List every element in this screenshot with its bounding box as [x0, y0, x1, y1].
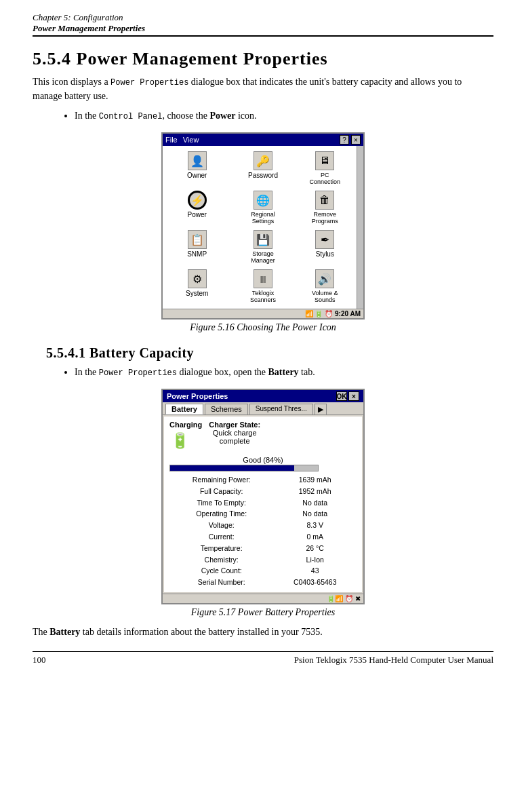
- charging-row: Charging 🔋 Charger State: Quick chargeco…: [169, 421, 357, 453]
- stat-row: Chemistry:Li-Ion: [169, 554, 357, 566]
- stat-row: Temperature:26 °C: [169, 543, 357, 554]
- bullet2-text3: tab.: [299, 367, 315, 377]
- help-btn[interactable]: ?: [340, 135, 349, 144]
- charger-state: Charger State: Quick chargecomplete: [209, 421, 260, 453]
- control-panel-screenshot: File View ? × 👤 Owner 🔑: [161, 132, 365, 320]
- stat-row: Remaining Power:1639 mAh: [169, 474, 357, 486]
- progress-bar-inner: [170, 465, 294, 471]
- section-554-title: 5.5.4 Power Management Properties: [33, 49, 493, 69]
- stat-label: Voltage:: [169, 520, 276, 531]
- stat-label: Temperature:: [169, 543, 276, 554]
- footer-text2: tab details information about the batter…: [80, 627, 322, 637]
- bullet2-text2: dialogue box, open the: [177, 367, 268, 377]
- stat-value: 26 °C: [276, 543, 357, 554]
- progress-label: Good (84%): [169, 456, 357, 464]
- figure-517-container: Power Properties OK × Battery Schemes Su…: [33, 389, 493, 618]
- icon-snmp[interactable]: 📋 SNMP: [165, 229, 228, 265]
- stat-label: Remaining Power:: [169, 474, 276, 486]
- figure-517-caption: Figure 5.17 Power Battery Properties: [33, 607, 493, 618]
- icons-grid: 👤 Owner 🔑 Password 🖥 PCConnection ⚡: [163, 146, 363, 309]
- stat-label: Operating Time:: [169, 508, 276, 520]
- bullet-text1: In the: [75, 111, 99, 121]
- stat-value: 8.3 V: [276, 520, 357, 531]
- stat-value: C0403-65463: [276, 577, 357, 588]
- dialog-ok-btn[interactable]: OK: [336, 391, 347, 401]
- icon-storage-manager[interactable]: 💾 StorageManager: [231, 229, 294, 265]
- stylus-icon: ✒: [315, 230, 334, 249]
- stat-label: Chemistry:: [169, 554, 276, 566]
- figure-516-caption: Figure 5.16 Choosing The Power Icon: [33, 322, 493, 333]
- progress-container: Good (84%): [169, 456, 357, 471]
- page-footer: 100 Psion Teklogix 7535 Hand-Held Comput…: [33, 651, 493, 665]
- dialog-title: Power Properties: [167, 392, 228, 400]
- icon-remove-programs[interactable]: 🗑 RemovePrograms: [298, 189, 361, 226]
- system-icon: ⚙: [188, 269, 207, 288]
- tab-battery[interactable]: Battery: [165, 404, 203, 414]
- volume-sounds-icon: 🔊: [315, 269, 334, 288]
- stat-row: Serial Number:C0403-65463: [169, 577, 357, 588]
- icon-owner[interactable]: 👤 Owner: [165, 150, 228, 187]
- stat-value: 43: [276, 565, 357, 577]
- owner-icon: 👤: [188, 151, 207, 170]
- figure-516-container: File View ? × 👤 Owner 🔑: [33, 132, 493, 333]
- page: Chapter 5: Configuration Power Managemen…: [0, 0, 526, 812]
- dialog-tabs: Battery Schemes Suspend Thres... ▶: [163, 402, 363, 415]
- stat-row: Current:0 mA: [169, 531, 357, 543]
- icon-password[interactable]: 🔑 Password: [231, 150, 294, 187]
- icon-stylus[interactable]: ✒ Stylus: [298, 229, 361, 265]
- bullet2-text1: In the: [75, 367, 99, 377]
- progress-bar-outer: [169, 465, 319, 471]
- bullet-text3: icon.: [235, 111, 256, 121]
- ss-menu: File View: [165, 136, 340, 144]
- page-number: 100: [33, 655, 46, 665]
- dialog-statusbar: 🔋📶 ⏰ ✖: [163, 594, 363, 603]
- charger-state-value: Quick chargecomplete: [209, 429, 260, 445]
- tab-schemes[interactable]: Schemes: [205, 404, 248, 414]
- tab-overflow[interactable]: ▶: [315, 404, 327, 414]
- charger-state-label: Charger State:: [209, 421, 260, 429]
- intro-text: This icon displays a: [33, 77, 110, 87]
- dialog-content: Charging 🔋 Charger State: Quick chargeco…: [164, 417, 362, 592]
- dialog-titlebar: Power Properties OK ×: [163, 390, 363, 402]
- icon-teklogix-scanners[interactable]: ||| TeklogixScanners: [231, 268, 294, 305]
- section-5541-title: 5.5.4.1 Battery Capacity: [46, 345, 493, 361]
- teklogix-scanners-icon: |||: [254, 269, 272, 288]
- bullet-bold: Power: [209, 111, 235, 121]
- stat-label: Serial Number:: [169, 577, 276, 588]
- ss-statusbar: 📶 🔋 ⏰ 9:20 AM: [163, 309, 363, 318]
- menu-view[interactable]: View: [183, 136, 199, 144]
- power-properties-dialog: Power Properties OK × Battery Schemes Su…: [161, 389, 365, 604]
- icon-power[interactable]: ⚡ Power: [165, 189, 228, 226]
- password-icon: 🔑: [254, 151, 272, 170]
- bullet-power-properties: In the Power Properties dialogue box, op…: [75, 365, 493, 379]
- intro-code: Power Properties: [110, 78, 188, 88]
- footer-paragraph: The Battery tab details information abou…: [33, 625, 493, 639]
- scrollbar[interactable]: [357, 146, 363, 309]
- battery-stats: Remaining Power:1639 mAh Full Capacity:1…: [169, 474, 357, 588]
- power-icon: ⚡: [188, 191, 207, 210]
- charging-icon: 🔋: [169, 429, 190, 453]
- icon-volume-sounds[interactable]: 🔊 Volume &Sounds: [298, 268, 361, 305]
- menu-file[interactable]: File: [165, 136, 178, 144]
- bullet-text2: , choose the: [162, 111, 209, 121]
- tab-suspend-thres[interactable]: Suspend Thres...: [249, 404, 313, 414]
- footer-bold: Battery: [49, 627, 80, 637]
- bullet-code: Control Panel: [99, 112, 163, 121]
- page-header: Chapter 5: Configuration Power Managemen…: [33, 12, 493, 37]
- dialog-close-btn[interactable]: ×: [348, 391, 359, 401]
- stat-row: Operating Time:No data: [169, 508, 357, 520]
- stat-row: Time To Empty:No data: [169, 497, 357, 509]
- ss-titlebar: File View ? ×: [163, 134, 363, 146]
- status-time: 📶 🔋 ⏰ 9:20 AM: [305, 310, 361, 317]
- icon-pc-connection[interactable]: 🖥 PCConnection: [298, 150, 361, 187]
- stat-row: Voltage:8.3 V: [169, 520, 357, 531]
- pc-connection-icon: 🖥: [315, 151, 334, 170]
- manual-title: Psion Teklogix 7535 Hand-Held Computer U…: [294, 655, 493, 665]
- icon-system[interactable]: ⚙ System: [165, 268, 228, 305]
- icon-regional-settings[interactable]: 🌐 RegionalSettings: [231, 189, 294, 226]
- stat-row: Cycle Count:43: [169, 565, 357, 577]
- bullet-control-panel: In the Control Panel, choose the Power i…: [75, 109, 493, 123]
- dialog-title-btns: OK ×: [336, 391, 359, 401]
- close-btn[interactable]: ×: [351, 135, 361, 144]
- chapter-label: Chapter 5: Configuration: [33, 12, 493, 23]
